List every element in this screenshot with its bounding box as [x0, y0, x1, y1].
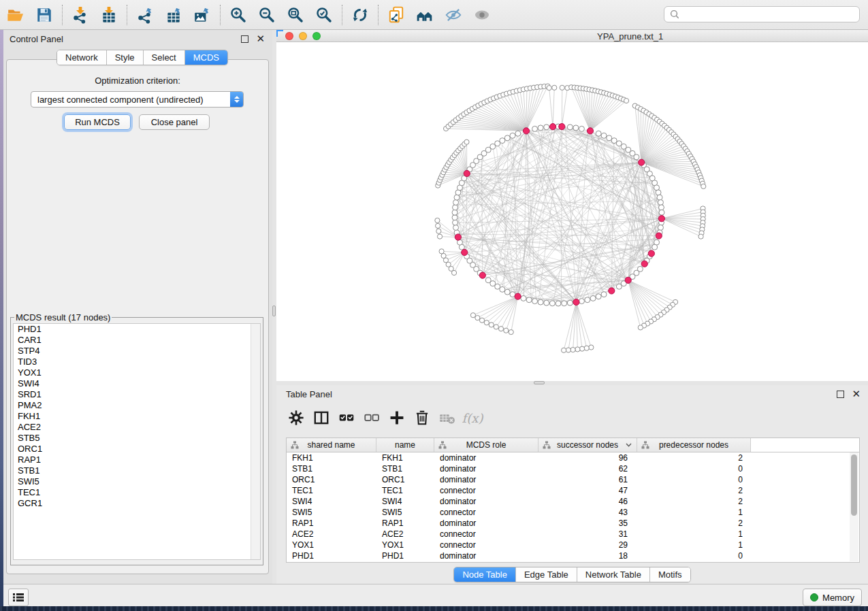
add-column-button[interactable] — [387, 407, 407, 429]
graph-node[interactable] — [504, 135, 510, 141]
graph-node[interactable] — [504, 289, 510, 295]
graph-node[interactable] — [500, 138, 505, 144]
mcds-result-item[interactable]: SRD1 — [14, 389, 260, 400]
table-row[interactable]: YOX1YOX1connector291 — [287, 540, 859, 550]
graph-node[interactable] — [596, 294, 601, 299]
graph-leaf-node[interactable] — [498, 327, 503, 331]
zoom-out-button[interactable] — [253, 2, 281, 28]
search-field[interactable] — [664, 6, 860, 22]
copy-network-button[interactable] — [382, 2, 411, 28]
graph-node[interactable] — [544, 300, 549, 306]
run-mcds-button[interactable]: Run MCDS — [64, 114, 131, 130]
graph-leaf-node[interactable] — [566, 348, 570, 352]
mcds-result-item[interactable]: STP4 — [14, 346, 260, 357]
hide-selected-button[interactable] — [439, 2, 468, 28]
open-button[interactable] — [1, 2, 30, 28]
graph-dominator-node[interactable] — [462, 249, 468, 255]
graph-node[interactable] — [453, 199, 459, 205]
tab-node-table[interactable]: Node Table — [454, 567, 516, 582]
graph-leaf-node[interactable] — [436, 223, 440, 228]
first-neighbors-button[interactable] — [411, 2, 439, 28]
graph-node[interactable] — [521, 295, 526, 301]
graph-leaf-node[interactable] — [552, 85, 557, 90]
graph-leaf-node[interactable] — [701, 184, 706, 188]
graph-leaf-node[interactable] — [547, 86, 551, 90]
splitter-grip[interactable] — [534, 381, 545, 384]
graph-node[interactable] — [611, 138, 617, 144]
graph-node[interactable] — [485, 278, 491, 283]
graph-node[interactable] — [454, 195, 460, 200]
show-all-button[interactable] — [468, 2, 496, 28]
graph-node[interactable] — [659, 210, 664, 215]
graph-leaf-node[interactable] — [494, 325, 498, 329]
graph-leaf-node[interactable] — [479, 318, 484, 323]
graph-node[interactable] — [526, 297, 532, 303]
table-scrollbar-thumb[interactable] — [851, 455, 857, 516]
zoom-fit-button[interactable] — [281, 2, 310, 28]
graph-leaf-node[interactable] — [562, 348, 566, 352]
graph-node[interactable] — [652, 244, 658, 250]
graph-node[interactable] — [452, 210, 457, 215]
graph-leaf-node[interactable] — [509, 329, 513, 334]
graph-node[interactable] — [567, 300, 573, 306]
graph-node[interactable] — [590, 295, 596, 301]
graph-node[interactable] — [500, 286, 505, 292]
table-row[interactable]: TEC1TEC1connector472 — [287, 485, 859, 496]
column-header-predecessor-nodes[interactable]: predecessor nodes — [637, 438, 751, 452]
graph-dominator-node[interactable] — [587, 128, 593, 134]
toggle-columns-button[interactable] — [311, 407, 332, 429]
graph-leaf-node[interactable] — [638, 325, 643, 330]
save-button[interactable] — [30, 2, 59, 28]
mcds-result-item[interactable]: RAP1 — [14, 455, 260, 465]
graph-node[interactable] — [601, 292, 607, 297]
mcds-result-item[interactable]: ORC1 — [14, 444, 260, 455]
graph-node[interactable] — [538, 125, 543, 131]
table-row[interactable]: SWI5SWI5connector431 — [287, 507, 859, 518]
export-image-button[interactable] — [188, 2, 216, 28]
mcds-result-item[interactable]: TID3 — [14, 357, 260, 367]
tab-network[interactable]: Network — [57, 50, 107, 65]
network-canvas[interactable] — [276, 42, 868, 381]
minimize-window-icon[interactable] — [299, 32, 307, 40]
graph-leaf-node[interactable] — [437, 234, 442, 239]
mcds-result-item[interactable]: FKH1 — [14, 411, 260, 422]
graph-leaf-node[interactable] — [560, 85, 564, 90]
mcds-result-item[interactable]: PMA2 — [14, 400, 260, 411]
graph-node[interactable] — [634, 154, 639, 160]
graph-dominator-node[interactable] — [464, 170, 470, 176]
graph-leaf-node[interactable] — [570, 347, 575, 352]
criterion-dropdown[interactable]: largest connected component (undirected) — [31, 91, 244, 108]
graph-leaf-node[interactable] — [698, 234, 703, 239]
tab-mcds[interactable]: MCDS — [185, 50, 227, 65]
graph-node[interactable] — [658, 225, 663, 231]
graph-leaf-node[interactable] — [624, 98, 628, 103]
tab-style[interactable]: Style — [107, 50, 144, 65]
clear-table-button[interactable] — [437, 407, 457, 429]
graph-node[interactable] — [658, 205, 664, 210]
refresh-button[interactable] — [346, 2, 374, 28]
graph-node[interactable] — [495, 141, 500, 146]
mcds-result-item[interactable]: YOX1 — [14, 367, 260, 378]
export-network-button[interactable] — [131, 2, 159, 28]
graph-node[interactable] — [658, 199, 663, 205]
graph-node[interactable] — [549, 301, 555, 306]
mcds-result-item[interactable]: TEC1 — [14, 487, 260, 498]
table-row[interactable]: PHD1PHD1dominator180 — [287, 550, 859, 561]
graph-dominator-node[interactable] — [658, 216, 664, 222]
graph-leaf-node[interactable] — [575, 347, 580, 352]
table-settings-button[interactable] — [286, 407, 306, 429]
graph-dominator-node[interactable] — [639, 159, 645, 165]
graph-dominator-node[interactable] — [549, 124, 556, 130]
table-row[interactable]: FKH1FKH1dominator962 — [287, 452, 859, 463]
graph-dominator-node[interactable] — [515, 293, 521, 299]
graph-dominator-node[interactable] — [573, 299, 579, 305]
network-graph[interactable] — [276, 42, 868, 381]
float-panel-icon[interactable] — [241, 35, 248, 43]
close-panel-button[interactable]: Close panel — [139, 114, 210, 130]
tab-select[interactable]: Select — [144, 50, 185, 65]
mcds-result-item[interactable]: STB5 — [14, 433, 260, 444]
function-builder-button[interactable]: f(x) — [462, 407, 483, 429]
delete-columns-button[interactable] — [412, 407, 432, 429]
graph-node[interactable] — [556, 301, 561, 306]
graph-dominator-node[interactable] — [479, 272, 485, 278]
